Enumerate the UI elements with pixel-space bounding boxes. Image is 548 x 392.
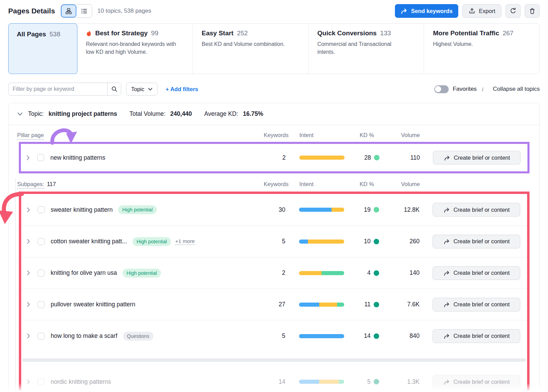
- volume-value: 110: [384, 154, 420, 161]
- export-icon: [469, 8, 475, 14]
- tab-cards: All Pages 538 Best for Strategy 99 Relev…: [8, 23, 540, 74]
- intent-segment-green: [322, 271, 344, 275]
- send-keywords-button[interactable]: Send keywords: [395, 4, 458, 18]
- questions-badge: Questions: [123, 332, 153, 341]
- column-header-intent: Intent: [299, 181, 345, 187]
- chevron-right-icon: [27, 379, 30, 384]
- flame-icon: [86, 30, 92, 37]
- intent-bar: [299, 156, 345, 160]
- refresh-button[interactable]: [506, 4, 521, 18]
- kd-number: 11: [364, 301, 371, 308]
- collapse-all-topics-link[interactable]: Collapse all topics: [493, 86, 540, 93]
- create-brief-button[interactable]: Create brief or content: [433, 235, 520, 248]
- chevron-right-icon: [27, 239, 30, 244]
- intent-segment-yellow: [319, 303, 337, 307]
- tab-count: 99: [151, 29, 158, 37]
- redirect-arrow-icon: [443, 333, 450, 339]
- tab-more-potential-traffic[interactable]: More Potential Traffic 267 Highest Volum…: [424, 24, 539, 74]
- list-view-button[interactable]: [76, 4, 92, 17]
- send-arrow-icon: [401, 8, 408, 14]
- row-checkbox[interactable]: [38, 301, 45, 308]
- intent-segment-yellow: [332, 208, 344, 212]
- row-checkbox[interactable]: [38, 206, 45, 213]
- filter-bar: Topic + Add filters Favorites i Collapse…: [8, 83, 540, 96]
- tab-best-for-strategy[interactable]: Best for Strategy 99 Relevant non-brande…: [77, 24, 192, 74]
- high-potential-badge: High potential: [133, 237, 171, 246]
- tab-easy-start[interactable]: Easy Start 252 Best KD and Volume combin…: [192, 24, 308, 74]
- chevron-right-icon: [27, 207, 30, 212]
- expand-row-button[interactable]: [27, 379, 33, 384]
- tab-count: 267: [502, 29, 513, 37]
- list-icon: [81, 8, 87, 14]
- create-brief-label: Create brief or content: [454, 155, 510, 161]
- row-checkbox[interactable]: [38, 238, 45, 245]
- create-brief-button[interactable]: Create brief or content: [433, 203, 520, 217]
- intent-segment-blue: [299, 240, 308, 244]
- create-brief-button[interactable]: Create brief or content: [433, 298, 520, 311]
- topic-card: Topic: knitting project patterns Total V…: [8, 103, 540, 392]
- search-box: [8, 83, 121, 96]
- horizontal-scrollbar[interactable]: [22, 358, 526, 362]
- topic-label: Topic:: [28, 110, 44, 118]
- average-kd-label: Average KD:: [204, 110, 238, 118]
- intent-segment-yellow: [319, 380, 339, 384]
- subpages-label[interactable]: Subpages:: [17, 181, 44, 189]
- expand-row-button[interactable]: [26, 155, 33, 160]
- intent-bar: [299, 303, 344, 307]
- kd-number: 4: [367, 269, 371, 277]
- page-name: cotton sweater knitting patt...: [51, 238, 127, 245]
- create-brief-label: Create brief or content: [453, 238, 510, 245]
- intent-segment-blue: [299, 380, 319, 384]
- row-checkbox[interactable]: [38, 333, 45, 340]
- row-checkbox[interactable]: [37, 154, 44, 161]
- subpages-count: 117: [47, 181, 56, 187]
- search-button[interactable]: [107, 83, 121, 95]
- favorites-toggle[interactable]: [434, 85, 449, 93]
- pillar-page-label[interactable]: Pillar page: [17, 132, 44, 140]
- tab-all-pages[interactable]: All Pages 538: [8, 23, 77, 74]
- page-name: nordic knitting patterns: [51, 378, 111, 385]
- kd-number: 5: [367, 378, 371, 385]
- top-actions: Send keywords Export: [395, 4, 540, 18]
- row-checkbox[interactable]: [38, 378, 45, 385]
- delete-button[interactable]: [525, 4, 540, 18]
- export-button[interactable]: Export: [462, 4, 501, 18]
- more-badges-link[interactable]: +1 more: [175, 238, 195, 245]
- intent-bar: [299, 240, 344, 244]
- column-header-keywords: Keywords: [264, 132, 286, 138]
- expand-row-button[interactable]: [27, 239, 33, 244]
- intent-segment-green: [337, 303, 344, 307]
- info-icon[interactable]: i: [481, 86, 484, 93]
- expand-row-button[interactable]: [27, 270, 33, 275]
- intent-segment-blue: [299, 303, 319, 307]
- topic-filter-dropdown[interactable]: Topic: [126, 83, 158, 96]
- chevron-right-icon: [27, 333, 30, 339]
- create-brief-button[interactable]: Create brief or content: [433, 375, 520, 389]
- create-brief-button[interactable]: Create brief or content: [433, 151, 521, 164]
- collapse-topic-chevron-icon[interactable]: [17, 112, 23, 117]
- add-filters-link[interactable]: + Add filters: [166, 86, 198, 93]
- intent-bar: [299, 334, 344, 338]
- page-name: new knitting patterns: [50, 154, 105, 161]
- create-brief-label: Create brief or content: [453, 379, 510, 385]
- pillar-header-row: Pillar page Keywords Intent KD % Volume: [9, 132, 539, 140]
- create-brief-button[interactable]: Create brief or content: [433, 329, 520, 343]
- tab-quick-conversions[interactable]: Quick Conversions 133 Commercial and Tra…: [308, 24, 424, 74]
- tree-view-button[interactable]: [61, 4, 76, 17]
- pages-details-panel: Pages Details 10 topics, 538 pages: [0, 0, 548, 392]
- create-brief-button[interactable]: Create brief or content: [433, 266, 520, 280]
- redirect-arrow-icon: [444, 155, 450, 161]
- row-checkbox[interactable]: [38, 270, 45, 277]
- sitemap-icon: [65, 8, 72, 14]
- tab-label: More Potential Traffic: [433, 29, 499, 37]
- create-brief-label: Create brief or content: [453, 207, 510, 213]
- column-header-volume: Volume: [384, 181, 420, 187]
- page-name: pullover sweater knitting pattern: [51, 301, 135, 308]
- search-icon: [111, 86, 117, 92]
- expand-row-button[interactable]: [27, 207, 33, 212]
- kd-dot: [374, 302, 379, 307]
- expand-row-button[interactable]: [27, 333, 33, 339]
- expand-row-button[interactable]: [27, 302, 33, 307]
- search-input[interactable]: [9, 86, 107, 92]
- pillar-page-highlight-box: new knitting patterns228110Create brief …: [19, 142, 530, 173]
